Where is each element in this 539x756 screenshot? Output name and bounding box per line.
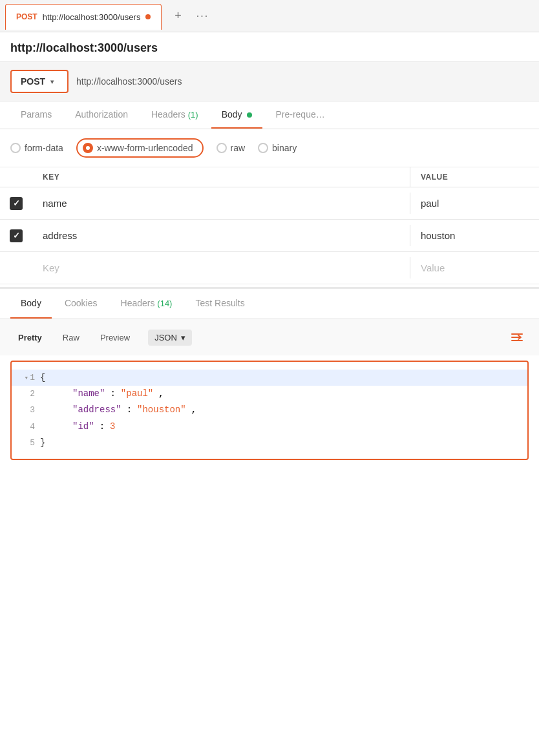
checkbox-address[interactable]: ✓ [10,229,23,242]
resp-headers-badge: (14) [157,299,172,308]
more-tabs-button[interactable]: ··· [191,5,213,27]
json-response-area: ▾1 { 2 "name" : "paul" , 3 "address" : "… [10,361,529,460]
resp-tab-headers[interactable]: Headers (14) [111,289,183,319]
checkmark-address: ✓ [13,231,20,240]
radio-urlencoded[interactable]: x-www-form-urlencoded [76,138,204,158]
kv-row-address: ✓ address houston [0,220,539,252]
kv-key-header: KEY [32,167,410,187]
tab-modified-dot [145,14,151,19]
method-label: POST [21,76,45,87]
checkbox-name[interactable]: ✓ [10,197,23,210]
json-key-address: "address" [72,402,122,418]
kv-row-name: ✓ name paul [0,187,539,220]
kv-value-placeholder[interactable]: Value [410,257,539,278]
radio-raw[interactable]: raw [217,143,246,153]
json-linenum-3: 3 [22,403,35,417]
body-active-dot [247,112,252,118]
json-linenum-4: 4 [22,419,35,434]
kv-key-address[interactable]: address [32,225,410,246]
radio-form-data[interactable]: form-data [10,143,63,153]
json-linenum-2: 2 [22,386,35,401]
url-display: http://localhost:3000/users [10,41,529,55]
kv-row-placeholder: Key Value [0,252,539,284]
url-input[interactable]: http://localhost:3000/users [76,76,529,87]
checkmark-name: ✓ [13,198,20,208]
radio-circle-binary [258,143,268,153]
radio-inner-urlencoded [86,146,90,150]
kv-table-header: KEY VALUE [0,167,539,187]
tab-body[interactable]: Body [211,101,263,129]
json-indent-3 [40,402,67,418]
collapse-arrow[interactable]: ▾ [25,374,29,382]
response-section: Body Cookies Headers (14) Test Results P… [0,287,539,460]
wrap-button[interactable] [505,326,529,349]
json-linenum-1: ▾1 [22,370,35,385]
tab-url-label: http://localhost:3000/users [43,12,141,22]
json-colon-4: : [100,419,105,435]
format-chevron: ▾ [181,333,185,342]
tab-bar: POST http://localhost:3000/users + ··· [0,0,539,32]
resp-tab-cookies[interactable]: Cookies [54,289,108,319]
json-val-address: "houston" [137,402,186,418]
radio-circle-form-data [10,143,21,153]
response-controls: Pretty Raw Preview JSON ▾ [0,319,539,355]
kv-value-name[interactable]: paul [410,193,539,214]
json-close-brace: } [40,435,45,451]
new-tab-button[interactable]: + [167,5,189,27]
radio-circle-urlencoded [83,143,93,153]
json-indent-4 [40,419,67,435]
kv-check-name[interactable]: ✓ [0,197,32,210]
json-line-5: 5 } [22,435,517,451]
tab-params[interactable]: Params [10,101,62,129]
tab-method-label: POST [16,12,37,21]
json-indent-2 [40,386,67,402]
json-line-4: 4 "id" : 3 [22,419,517,435]
json-colon-3: : [127,402,132,418]
kv-check-header [0,167,32,187]
json-comma-3: , [191,402,196,418]
radio-binary[interactable]: binary [258,143,297,153]
json-key-id: "id" [72,419,94,435]
request-tabs-nav: Params Authorization Headers (1) Body Pr… [0,101,539,129]
json-line-2: 2 "name" : "paul" , [22,386,517,402]
method-button[interactable]: POST ▾ [10,70,69,93]
method-url-row: POST ▾ http://localhost:3000/users [0,62,539,101]
json-colon-2: : [110,386,115,402]
json-open-brace: { [40,370,45,386]
body-type-row: form-data x-www-form-urlencoded raw bina… [0,129,539,167]
view-pretty-button[interactable]: Pretty [10,329,50,346]
json-line-3: 3 "address" : "houston" , [22,402,517,418]
view-raw-button[interactable]: Raw [55,329,87,346]
kv-key-placeholder[interactable]: Key [32,257,410,278]
json-comma-2: , [158,386,164,402]
view-preview-button[interactable]: Preview [92,329,138,346]
json-linenum-5: 5 [22,436,35,450]
kv-value-header: VALUE [410,167,539,187]
format-select[interactable]: JSON ▾ [148,330,192,346]
json-val-id: 3 [110,419,115,435]
kv-check-address[interactable]: ✓ [0,229,32,242]
resp-tab-test-results[interactable]: Test Results [185,289,255,319]
tab-authorization[interactable]: Authorization [65,101,138,129]
kv-key-name[interactable]: name [32,193,410,214]
headers-badge: (1) [188,110,198,120]
json-key-name: "name" [72,386,105,402]
radio-circle-raw [217,143,227,153]
json-val-name: "paul" [121,386,153,402]
kv-value-address[interactable]: houston [410,225,539,246]
json-line-1: ▾1 { [12,370,527,386]
tab-prerequest[interactable]: Pre-reque… [265,101,335,129]
tab-headers[interactable]: Headers (1) [141,101,209,129]
resp-tab-body[interactable]: Body [10,289,52,319]
url-bar-area: http://localhost:3000/users [0,32,539,62]
response-tabs-nav: Body Cookies Headers (14) Test Results [0,289,539,319]
active-tab[interactable]: POST http://localhost:3000/users [5,4,162,30]
method-chevron: ▾ [50,78,54,85]
